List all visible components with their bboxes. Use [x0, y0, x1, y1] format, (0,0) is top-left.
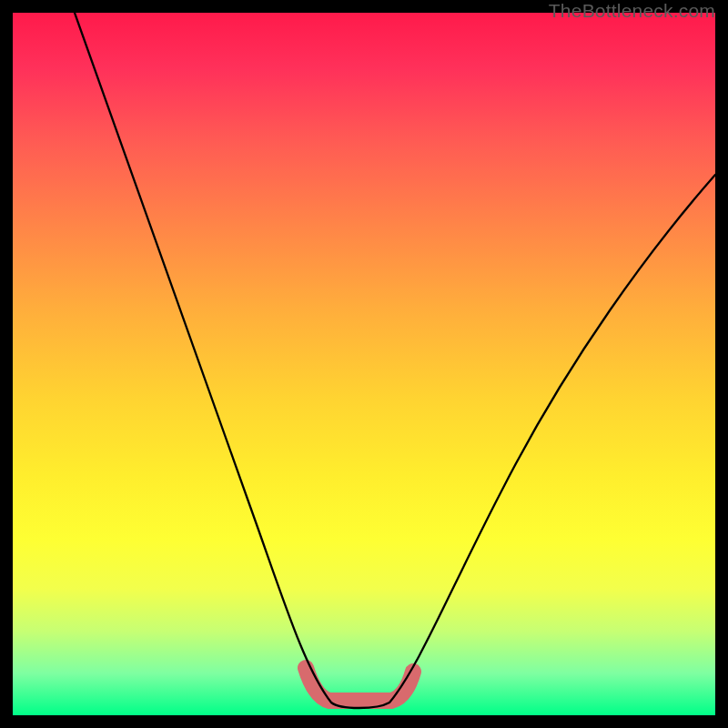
optimal-range-highlight — [306, 668, 413, 701]
gradient-plot-area — [13, 13, 715, 715]
chart-svg — [13, 13, 715, 715]
watermark-text: TheBottleneck.com — [549, 0, 715, 22]
bottleneck-curve — [75, 13, 715, 708]
